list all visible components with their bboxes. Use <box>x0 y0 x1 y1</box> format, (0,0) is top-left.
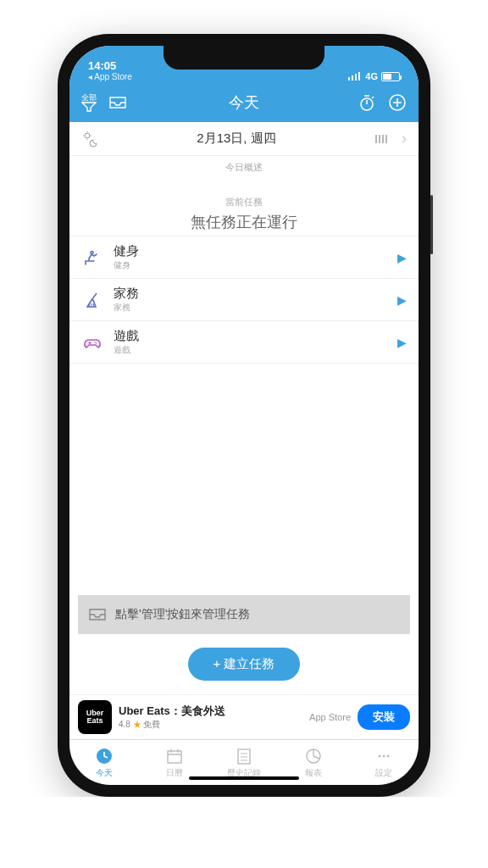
task-title: 遊戲 <box>114 328 387 344</box>
svg-rect-3 <box>358 72 360 81</box>
svg-line-20 <box>92 293 97 300</box>
play-icon[interactable]: ▶ <box>397 251 407 264</box>
task-category: 遊戲 <box>114 344 387 356</box>
stopwatch-icon <box>358 93 376 112</box>
tab-today[interactable]: 今天 <box>69 740 139 785</box>
svg-rect-1 <box>352 75 353 81</box>
svg-rect-0 <box>348 77 350 81</box>
ad-subtitle: 4.8 ★ 免費 <box>119 719 302 731</box>
status-indicators: 4G <box>348 71 400 81</box>
battery-icon <box>381 72 400 81</box>
play-icon[interactable]: ▶ <box>397 336 407 349</box>
create-task-button[interactable]: + 建立任務 <box>188 648 301 681</box>
ad-app-icon: Uber Eats <box>78 700 112 734</box>
add-button[interactable] <box>388 93 407 112</box>
task-item-housework[interactable]: 家務 家務 ▶ <box>69 279 419 321</box>
barcode-icon[interactable] <box>374 133 390 145</box>
date-label[interactable]: 2月13日, 週四 <box>197 131 275 147</box>
task-list: 健身 健身 ▶ 家務 家務 ▶ 遊戲 <box>69 236 419 364</box>
svg-point-11 <box>85 133 90 138</box>
overview-label: 今日概述 <box>69 156 419 179</box>
more-icon <box>374 747 393 765</box>
svg-rect-2 <box>355 74 357 81</box>
fitness-icon <box>81 247 103 269</box>
task-title: 家務 <box>114 286 387 302</box>
funnel-icon <box>81 102 97 112</box>
task-item-game[interactable]: 遊戲 遊戲 ▶ <box>69 321 419 364</box>
signal-icon <box>348 72 362 81</box>
network-label: 4G <box>365 71 378 81</box>
svg-rect-29 <box>168 751 181 763</box>
svg-point-26 <box>94 341 96 342</box>
daynight-button[interactable] <box>81 131 98 147</box>
tray-icon <box>88 608 107 621</box>
hint-text: 點擊'管理'按鈕來管理任務 <box>115 607 250 622</box>
task-title: 健身 <box>114 243 387 259</box>
sun-moon-icon <box>81 131 98 147</box>
app-header: 全部 今天 <box>69 83 419 122</box>
install-button[interactable]: 安裝 <box>358 704 410 730</box>
broom-icon <box>81 289 103 311</box>
current-task-label: 當前任務 <box>69 196 419 209</box>
svg-point-38 <box>378 754 380 757</box>
svg-point-39 <box>382 754 385 757</box>
plus-circle-icon <box>388 93 407 112</box>
no-task-running: 無任務正在運行 <box>69 212 419 232</box>
ad-store-label: App Store <box>309 712 351 722</box>
task-category: 家務 <box>114 302 387 314</box>
play-icon[interactable]: ▶ <box>397 293 407 307</box>
piechart-icon <box>304 747 323 765</box>
back-to-appstore[interactable]: ◂ App Store <box>88 72 132 81</box>
home-indicator[interactable] <box>189 776 299 780</box>
page-title: 今天 <box>229 92 259 113</box>
date-bar: 2月13日, 週四 › <box>69 122 419 156</box>
task-item-fitness[interactable]: 健身 健身 ▶ <box>69 236 419 279</box>
calendar-icon <box>165 747 184 765</box>
svg-line-7 <box>372 97 374 98</box>
timer-button[interactable] <box>358 93 376 112</box>
hint-bar: 點擊'管理'按鈕來管理任務 <box>78 595 410 634</box>
filter-button[interactable]: 全部 <box>81 94 97 112</box>
ad-title: Uber Eats：美食外送 <box>119 704 302 719</box>
tray-icon <box>108 96 127 109</box>
tab-settings[interactable]: 設定 <box>349 740 419 785</box>
svg-point-27 <box>96 342 97 344</box>
svg-point-40 <box>386 754 389 757</box>
status-time: 14:05 <box>88 60 132 72</box>
task-category: 健身 <box>114 259 387 271</box>
current-task-section: 當前任務 無任務正在運行 <box>69 179 419 236</box>
gamepad-icon <box>81 331 103 353</box>
history-icon <box>235 747 253 765</box>
clock-icon <box>95 747 114 765</box>
next-day-button[interactable]: › <box>402 130 407 147</box>
inbox-button[interactable] <box>108 96 127 109</box>
ad-banner[interactable]: Uber Eats Uber Eats：美食外送 4.8 ★ 免費 App St… <box>69 694 419 739</box>
